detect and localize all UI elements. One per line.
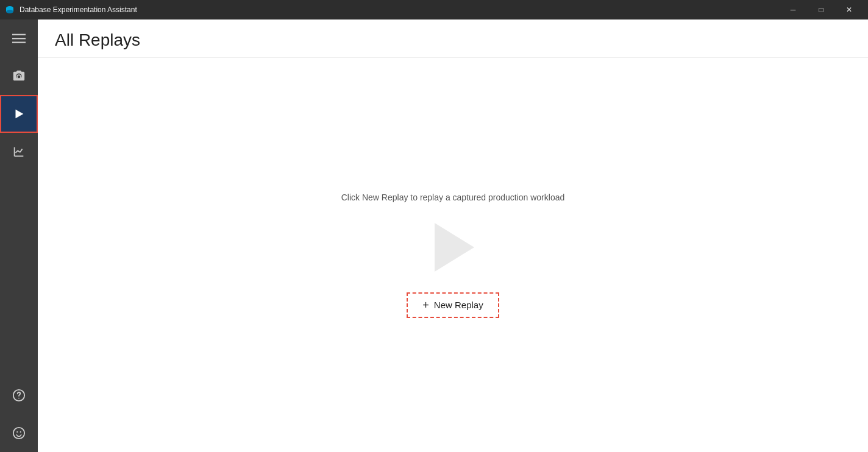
svg-line-11: [20, 149, 23, 152]
sidebar-item-feedback[interactable]: [0, 414, 38, 452]
sidebar-item-menu[interactable]: [0, 19, 38, 57]
sidebar-item-replay[interactable]: [0, 95, 38, 133]
svg-marker-17: [435, 223, 474, 272]
svg-point-13: [18, 398, 20, 399]
plus-icon: +: [422, 300, 429, 311]
analysis-icon: [12, 145, 26, 158]
help-icon: [12, 389, 26, 402]
svg-point-2: [6, 10, 13, 13]
maximize-button[interactable]: □: [807, 0, 835, 19]
svg-point-14: [13, 428, 24, 439]
svg-line-9: [16, 150, 18, 153]
sidebar-spacer: [0, 171, 38, 376]
sidebar-item-analysis[interactable]: [0, 133, 38, 171]
app-icon: [5, 5, 15, 15]
content-area: All Replays Click New Replay to replay a…: [38, 19, 868, 452]
menu-icon: [12, 32, 26, 45]
close-button[interactable]: ✕: [835, 0, 863, 19]
svg-rect-4: [12, 38, 26, 39]
svg-marker-6: [16, 110, 24, 119]
empty-state: Click New Replay to replay a captured pr…: [38, 58, 868, 452]
sidebar-item-capture[interactable]: [0, 57, 38, 95]
title-bar-controls: ─ □ ✕: [779, 0, 863, 19]
title-bar-left: Database Experimentation Assistant: [5, 5, 137, 15]
minimize-button[interactable]: ─: [779, 0, 807, 19]
feedback-icon: [12, 426, 26, 440]
new-replay-button[interactable]: + New Replay: [407, 292, 499, 318]
app-title: Database Experimentation Assistant: [20, 5, 137, 14]
svg-point-16: [20, 431, 21, 433]
replay-icon: [12, 107, 26, 121]
title-bar: Database Experimentation Assistant ─ □ ✕: [0, 0, 868, 19]
page-title: All Replays: [55, 30, 851, 50]
new-replay-label: New Replay: [434, 300, 483, 310]
empty-state-message: Click New Replay to replay a captured pr…: [341, 192, 565, 202]
svg-point-15: [16, 431, 18, 433]
sidebar: [0, 19, 38, 452]
svg-rect-5: [12, 42, 26, 43]
page-header: All Replays: [38, 19, 868, 58]
sidebar-item-help[interactable]: [0, 376, 38, 414]
camera-icon: [12, 69, 26, 83]
svg-rect-3: [12, 34, 26, 35]
app-body: All Replays Click New Replay to replay a…: [0, 19, 868, 452]
empty-state-play-icon: [422, 217, 483, 278]
